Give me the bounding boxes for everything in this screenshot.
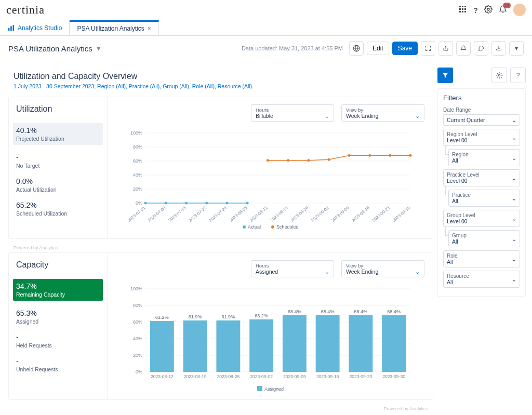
- region-level-dropdown[interactable]: Region LevelLevel 00 ⌄: [443, 129, 520, 146]
- page-title: PSA Utilization Analytics ▾: [8, 44, 101, 53]
- svg-text:100%: 100%: [130, 286, 142, 291]
- svg-text:2023-09-23: 2023-09-23: [350, 374, 373, 379]
- svg-point-42: [185, 202, 188, 205]
- group-dropdown[interactable]: GroupAll ⌄: [448, 230, 520, 247]
- chevron-down-icon: ⌄: [512, 216, 516, 222]
- viewby-dropdown[interactable]: View byWeek Ending ⌄: [341, 104, 424, 122]
- hours-dropdown[interactable]: HoursAssigned ⌄: [251, 260, 334, 277]
- hours-dropdown[interactable]: HoursBillable ⌄: [251, 104, 334, 122]
- tab-label: Analytics Studio: [18, 24, 62, 32]
- resource-dropdown[interactable]: ResourceAll ⌄: [443, 271, 520, 288]
- data-updated-text: Data updated: May 31, 2023 at 4:55 PM: [242, 45, 343, 51]
- svg-text:2023-09-30: 2023-09-30: [382, 374, 405, 379]
- svg-rect-7: [462, 11, 463, 12]
- svg-rect-6: [459, 11, 461, 12]
- notify-icon[interactable]: [456, 41, 471, 56]
- svg-text:2023-09-16: 2023-09-16: [316, 374, 339, 379]
- notification-badge: 14: [503, 3, 511, 8]
- filter-summary: 1 July 2023 - 30 September 2023, Region …: [14, 83, 433, 89]
- chevron-down-icon: ⌄: [512, 236, 516, 242]
- chat-icon[interactable]: [474, 41, 488, 56]
- chevron-down-icon: ⌄: [415, 269, 420, 275]
- stat-label: Remaining Capacity: [16, 291, 100, 298]
- svg-text:68.4%: 68.4%: [354, 309, 368, 314]
- svg-text:100%: 100%: [130, 130, 142, 136]
- filter-toggle-button[interactable]: [437, 68, 453, 83]
- svg-point-47: [287, 159, 289, 162]
- tab-psa-utilization[interactable]: PSA Utilization Analytics ×: [70, 20, 158, 35]
- svg-rect-73: [183, 320, 207, 372]
- group-level-dropdown[interactable]: Group LevelLevel 00 ⌄: [443, 210, 520, 227]
- svg-rect-2: [464, 6, 466, 7]
- chevron-down-icon: ⌄: [512, 175, 516, 181]
- viewby-dropdown[interactable]: View byWeek Ending ⌄: [341, 260, 424, 277]
- stat-label: Assigned: [16, 318, 100, 325]
- practice-dropdown[interactable]: PracticeAll ⌄: [448, 190, 520, 207]
- user-avatar[interactable]: [513, 4, 526, 16]
- date-range-dropdown[interactable]: Current Quarter⌄: [443, 114, 520, 126]
- svg-point-56: [271, 225, 274, 229]
- section-title: Utilization and Capacity Overview: [14, 72, 433, 81]
- svg-point-53: [409, 154, 412, 157]
- close-icon[interactable]: ×: [148, 25, 151, 32]
- svg-text:2023-08-12: 2023-08-12: [151, 374, 174, 379]
- share-icon[interactable]: [438, 41, 453, 56]
- edit-button[interactable]: Edit: [367, 42, 389, 55]
- target-value: -: [16, 153, 100, 162]
- svg-text:2023-08-19: 2023-08-19: [270, 205, 289, 223]
- filters-title: Filters: [443, 94, 520, 102]
- utilization-card: Utilization 40.1% Projected Utilization …: [8, 97, 433, 239]
- scheduled-utilization-value: 65.2%: [16, 201, 100, 209]
- svg-point-41: [165, 202, 167, 205]
- chevron-down-icon[interactable]: ▾: [97, 44, 101, 53]
- settings-gear-icon[interactable]: [484, 5, 493, 15]
- svg-text:2023-08-26: 2023-08-26: [217, 374, 240, 379]
- save-button[interactable]: Save: [392, 42, 418, 55]
- filter-label: Date Range: [443, 107, 520, 113]
- brand-logo: certinia: [6, 3, 45, 17]
- role-dropdown[interactable]: RoleAll ⌄: [443, 250, 520, 267]
- panel-help-button[interactable]: ?: [510, 68, 526, 83]
- svg-point-44: [225, 202, 228, 205]
- practice-level-dropdown[interactable]: Practice LevelLevel 00 ⌄: [443, 169, 520, 186]
- fullscreen-icon[interactable]: [421, 41, 435, 56]
- svg-point-49: [328, 158, 330, 161]
- help-icon[interactable]: ?: [473, 6, 478, 15]
- stat-label: Projected Utilization: [16, 136, 100, 142]
- svg-rect-85: [316, 315, 340, 372]
- svg-text:80%: 80%: [133, 144, 142, 150]
- globe-icon[interactable]: [349, 41, 364, 56]
- tab-analytics-studio[interactable]: Analytics Studio: [0, 20, 70, 35]
- panel-settings-button[interactable]: [491, 68, 507, 83]
- svg-rect-79: [249, 319, 273, 372]
- svg-rect-4: [462, 8, 463, 10]
- svg-rect-12: [13, 24, 15, 30]
- svg-text:61.9%: 61.9%: [222, 314, 235, 319]
- svg-text:2023-09-02: 2023-09-02: [310, 205, 330, 223]
- svg-point-96: [498, 74, 500, 76]
- svg-rect-8: [464, 11, 466, 12]
- svg-text:0%: 0%: [136, 200, 142, 206]
- svg-text:20%: 20%: [133, 186, 142, 192]
- svg-text:2023-08-26: 2023-08-26: [290, 205, 310, 223]
- chevron-down-icon: ⌄: [415, 113, 420, 119]
- download-icon[interactable]: [491, 41, 506, 56]
- chevron-down-icon: ⌄: [512, 135, 516, 141]
- utilization-line-chart: 0%20%40%60%80%100%2023-07-012023-07-0820…: [116, 128, 424, 232]
- svg-point-46: [267, 159, 269, 162]
- more-icon[interactable]: ▾: [509, 41, 524, 56]
- chevron-down-icon: ⌄: [512, 276, 516, 283]
- svg-text:2023-09-02: 2023-09-02: [250, 374, 273, 379]
- apps-icon[interactable]: [459, 5, 467, 15]
- svg-text:2023-07-29: 2023-07-29: [208, 205, 228, 223]
- region-dropdown[interactable]: RegionAll ⌄: [448, 149, 520, 166]
- svg-text:68.4%: 68.4%: [321, 309, 335, 314]
- svg-rect-1: [462, 6, 463, 7]
- notification-bell-icon[interactable]: 14: [499, 5, 507, 15]
- svg-text:61.2%: 61.2%: [155, 315, 169, 320]
- svg-point-40: [144, 202, 147, 205]
- svg-text:80%: 80%: [133, 303, 142, 308]
- svg-text:63.2%: 63.2%: [255, 313, 268, 318]
- svg-rect-88: [349, 315, 373, 372]
- svg-text:2023-07-15: 2023-07-15: [168, 205, 188, 223]
